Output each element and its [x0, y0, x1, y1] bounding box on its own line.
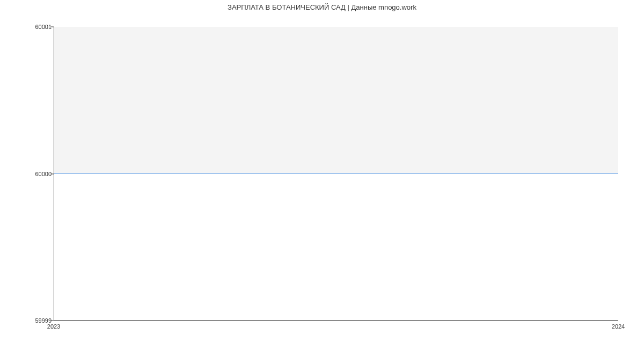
plot-lower-region: [54, 173, 618, 320]
chart-container: ЗАРПЛАТА В БОТАНИЧЕСКИЙ САД | Данные mno…: [0, 0, 644, 349]
data-line: [54, 173, 618, 174]
y-tick-label: 60000: [25, 171, 52, 177]
chart-title: ЗАРПЛАТА В БОТАНИЧЕСКИЙ САД | Данные mno…: [0, 3, 644, 11]
plot-area: [54, 27, 618, 321]
y-tick-label: 59999: [25, 318, 52, 324]
x-tick-label: 2024: [612, 323, 625, 330]
x-tick-label: 2023: [47, 323, 60, 330]
y-tick-label: 60001: [25, 24, 52, 30]
